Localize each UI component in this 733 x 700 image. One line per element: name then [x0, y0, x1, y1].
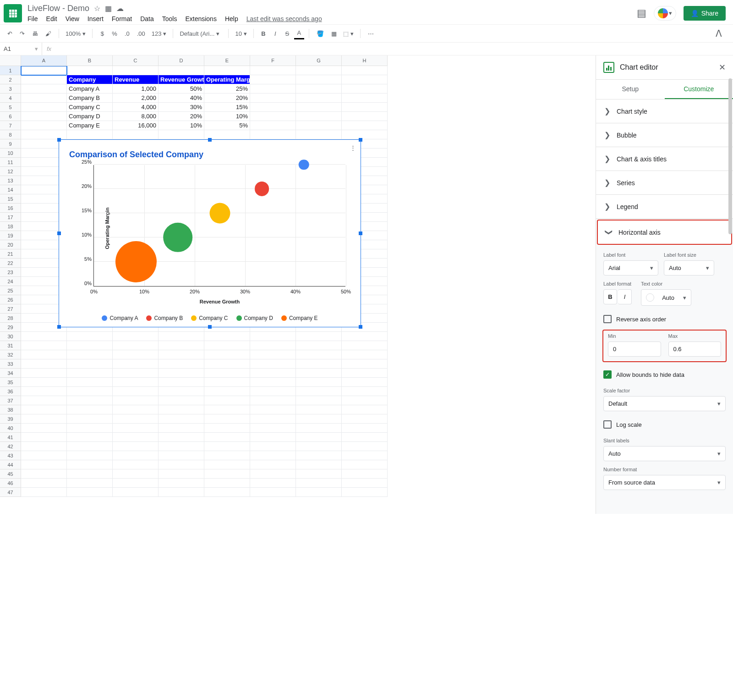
- row-header[interactable]: 47: [0, 488, 21, 497]
- cell[interactable]: 50%: [159, 84, 204, 94]
- cell[interactable]: [250, 103, 296, 112]
- cell[interactable]: [296, 94, 342, 103]
- cell[interactable]: [250, 130, 296, 139]
- col-header-D[interactable]: D: [159, 55, 204, 66]
- cell[interactable]: 40%: [159, 94, 204, 103]
- cell[interactable]: [342, 414, 388, 424]
- cell[interactable]: [21, 488, 67, 497]
- cell[interactable]: Operating Margin: [204, 75, 250, 84]
- cell[interactable]: [21, 350, 67, 359]
- cell[interactable]: [342, 405, 388, 414]
- cell[interactable]: [159, 451, 204, 460]
- cell[interactable]: [296, 414, 342, 424]
- cell[interactable]: [296, 433, 342, 442]
- font-select[interactable]: Default (Ari...▾: [178, 29, 224, 38]
- cell[interactable]: [67, 451, 113, 460]
- cell[interactable]: [296, 84, 342, 94]
- cell[interactable]: [21, 103, 67, 112]
- cell[interactable]: [250, 414, 296, 424]
- cell[interactable]: [204, 350, 250, 359]
- cell[interactable]: [342, 442, 388, 451]
- cell[interactable]: 10%: [204, 112, 250, 121]
- cell[interactable]: [67, 405, 113, 414]
- cell[interactable]: [67, 460, 113, 469]
- cell[interactable]: [21, 94, 67, 103]
- cell[interactable]: [113, 387, 159, 396]
- cell[interactable]: 20%: [159, 112, 204, 121]
- number-format-select[interactable]: 123▾: [150, 29, 169, 38]
- row-header[interactable]: 6: [0, 112, 21, 121]
- row-header[interactable]: 43: [0, 451, 21, 460]
- row-header[interactable]: 42: [0, 442, 21, 451]
- cell[interactable]: Company A: [67, 84, 113, 94]
- cell[interactable]: [67, 359, 113, 369]
- cell[interactable]: 20%: [204, 94, 250, 103]
- cell[interactable]: [342, 75, 388, 84]
- cell[interactable]: [159, 332, 204, 341]
- cell[interactable]: [113, 378, 159, 387]
- cell[interactable]: [21, 341, 67, 350]
- cell[interactable]: [159, 488, 204, 497]
- cell[interactable]: [296, 488, 342, 497]
- slant-labels-select[interactable]: Auto▾: [603, 446, 726, 461]
- row-header[interactable]: 32: [0, 350, 21, 359]
- cell[interactable]: [296, 75, 342, 84]
- cell[interactable]: Company D: [67, 112, 113, 121]
- cell[interactable]: [296, 341, 342, 350]
- cell[interactable]: [342, 94, 388, 103]
- cell[interactable]: [204, 451, 250, 460]
- cell[interactable]: [113, 414, 159, 424]
- cell[interactable]: [113, 359, 159, 369]
- cell[interactable]: [250, 75, 296, 84]
- cell[interactable]: [67, 433, 113, 442]
- chart-more-icon[interactable]: ⋮: [350, 144, 356, 151]
- cell[interactable]: 25%: [204, 84, 250, 94]
- cell[interactable]: [250, 451, 296, 460]
- cell[interactable]: [204, 488, 250, 497]
- cell[interactable]: [204, 460, 250, 469]
- row-header[interactable]: 30: [0, 332, 21, 341]
- cell[interactable]: [113, 469, 159, 479]
- cell[interactable]: [296, 66, 342, 75]
- cell[interactable]: [159, 378, 204, 387]
- row-header[interactable]: 1: [0, 66, 21, 75]
- section-chart-axis-titles[interactable]: ❯Chart & axis titles: [596, 147, 733, 171]
- cell[interactable]: [113, 130, 159, 139]
- row-header[interactable]: 14: [0, 185, 21, 194]
- cell[interactable]: [342, 396, 388, 405]
- cell[interactable]: [250, 332, 296, 341]
- spreadsheet-grid[interactable]: ABCDEFGH 12CompanyRevenueRevenue GrowthO…: [0, 55, 596, 514]
- row-header[interactable]: 44: [0, 460, 21, 469]
- row-header[interactable]: 23: [0, 268, 21, 277]
- cell[interactable]: [21, 75, 67, 84]
- cell[interactable]: [204, 414, 250, 424]
- meet-icon[interactable]: ▾: [654, 6, 676, 21]
- last-edit-link[interactable]: Last edit was seconds ago: [246, 15, 322, 22]
- cell[interactable]: [21, 451, 67, 460]
- cell[interactable]: [296, 359, 342, 369]
- redo-button[interactable]: ↷: [17, 28, 27, 39]
- cell[interactable]: [159, 350, 204, 359]
- cell[interactable]: [159, 396, 204, 405]
- cell[interactable]: [250, 359, 296, 369]
- text-color-select[interactable]: Auto▾: [641, 289, 691, 306]
- cell[interactable]: [250, 112, 296, 121]
- bubble-company-d[interactable]: [164, 223, 193, 252]
- sidebar-scrollbar[interactable]: [728, 78, 732, 234]
- star-icon[interactable]: ☆: [94, 4, 100, 13]
- cell[interactable]: [21, 433, 67, 442]
- embedded-chart[interactable]: ⋮ Comparison of Selected Company Operati…: [59, 139, 361, 327]
- cell[interactable]: [159, 359, 204, 369]
- cell[interactable]: [113, 405, 159, 414]
- bold-toggle[interactable]: B: [603, 289, 617, 304]
- row-header[interactable]: 37: [0, 396, 21, 405]
- reverse-axis-checkbox[interactable]: [603, 315, 612, 323]
- formula-bar[interactable]: fx: [42, 43, 56, 55]
- row-header[interactable]: 9: [0, 139, 21, 149]
- cell[interactable]: [342, 112, 388, 121]
- cell[interactable]: [342, 130, 388, 139]
- cell[interactable]: [296, 130, 342, 139]
- cell[interactable]: [250, 405, 296, 414]
- cell[interactable]: [21, 469, 67, 479]
- cell[interactable]: [204, 359, 250, 369]
